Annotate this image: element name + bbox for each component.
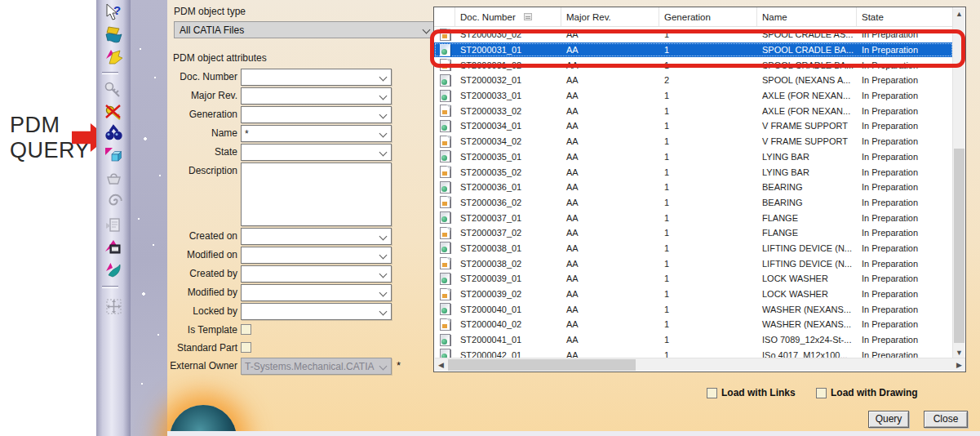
cell-rev: AA bbox=[561, 198, 659, 207]
doc-tsystems-icon[interactable] bbox=[104, 238, 124, 258]
table-row[interactable]: ST2000038_01AA1LIFTING DEVICE (N...In Pr… bbox=[434, 241, 953, 256]
combo-generation[interactable] bbox=[241, 106, 392, 123]
table-row[interactable]: ST2000031_02AA1SPOOL CRADLE BA...In Prep… bbox=[434, 57, 953, 73]
load-with-links-checkbox[interactable]: Load with Links bbox=[707, 387, 796, 398]
key-lock-cross-icon[interactable] bbox=[104, 102, 124, 122]
pdm-open-icon[interactable] bbox=[104, 47, 124, 67]
cell-state: In Preparation bbox=[857, 75, 953, 85]
combo-created-by[interactable] bbox=[241, 265, 392, 283]
chevron-down-icon bbox=[423, 26, 431, 34]
cell-state: In Preparation bbox=[857, 91, 953, 100]
cell-rev: AA bbox=[561, 60, 659, 70]
table-row[interactable]: ST2000039_01AA1LOCK WASHERIn Preparation bbox=[434, 271, 953, 287]
combo-created-on[interactable] bbox=[241, 228, 392, 245]
column-header-label: Major Rev. bbox=[566, 12, 611, 22]
description-textarea[interactable] bbox=[241, 162, 392, 226]
table-row[interactable]: ST2000037_01AA1FLANGEIn Preparation bbox=[434, 210, 953, 225]
form-row-created-on: Created on bbox=[167, 228, 412, 245]
field-label: Name bbox=[167, 125, 241, 142]
cell-rev: AA bbox=[561, 182, 659, 192]
disabled-combo-external-owner: T-Systems.Mechanical.CATIA bbox=[241, 358, 392, 375]
cell-doc: ST2000041_01 bbox=[455, 335, 561, 345]
table-row[interactable]: ST2000037_02AA1FLANGEIn Preparation bbox=[434, 225, 953, 241]
table-row[interactable]: ST2000042_01AA1ISo 4017_M12x100...In Pre… bbox=[434, 347, 953, 358]
svg-text:?: ? bbox=[113, 3, 121, 17]
query-button[interactable]: Query bbox=[868, 411, 909, 428]
cell-state: In Preparation bbox=[857, 213, 953, 223]
help-pointer-icon[interactable]: ? bbox=[104, 2, 124, 23]
cell-state: In Preparation bbox=[857, 152, 953, 162]
checkbox-box-icon[interactable] bbox=[707, 388, 717, 398]
pdm-query-binoculars-icon[interactable] bbox=[104, 123, 124, 144]
catdrawing-file-icon bbox=[440, 227, 450, 239]
combo-locked-by[interactable] bbox=[241, 303, 392, 320]
cell-gen: 1 bbox=[659, 91, 757, 100]
column-header-major-rev-[interactable]: Major Rev. bbox=[561, 7, 659, 26]
cell-rev: AA bbox=[561, 91, 659, 100]
cell-rev: AA bbox=[561, 243, 659, 253]
table-row[interactable]: ST2000036_02AA1BEARINGIn Preparation bbox=[434, 195, 953, 211]
horizontal-scrollbar-thumb[interactable] bbox=[448, 359, 636, 371]
cell-gen: 1 bbox=[659, 213, 757, 223]
vertical-scrollbar-thumb[interactable] bbox=[954, 149, 964, 343]
cell-name: LIFTING DEVICE (N... bbox=[757, 259, 857, 269]
table-row-selected[interactable]: ST2000031_01AA1SPOOL CRADLE BA...In Prep… bbox=[434, 42, 953, 58]
cell-doc: ST2000036_01 bbox=[455, 182, 561, 192]
combo-major-rev-[interactable] bbox=[241, 87, 392, 105]
checkbox-is-template[interactable] bbox=[241, 324, 251, 335]
chevron-down-icon bbox=[379, 233, 388, 241]
column-header-state[interactable]: State bbox=[857, 7, 953, 26]
table-row[interactable]: ST2000035_02AA1LYING BARIn Preparation bbox=[434, 164, 953, 180]
cell-icon bbox=[434, 257, 455, 269]
table-row[interactable]: ST2000032_01AA2SPOOL (NEXANS A...In Prep… bbox=[434, 73, 953, 88]
cell-doc: ST2000040_02 bbox=[455, 319, 561, 329]
load-with-drawing-checkbox[interactable]: Load with Drawing bbox=[816, 387, 918, 398]
scroll-right-icon[interactable]: ▶ bbox=[953, 358, 965, 371]
doc-transfer-icon bbox=[104, 216, 124, 236]
table-row[interactable]: ST2000041_01AA1ISO 7089_12x24-St-...In P… bbox=[434, 332, 953, 348]
column-header-generation[interactable]: Generation bbox=[659, 7, 757, 26]
table-row[interactable]: ST2000034_02AA1V FRAME SUPPORTIn Prepara… bbox=[434, 134, 953, 149]
cell-icon bbox=[434, 181, 455, 194]
combo-name[interactable]: * bbox=[241, 125, 392, 142]
table-row[interactable]: ST2000033_01AA1AXLE (FOR NEXAN...In Prep… bbox=[434, 88, 953, 104]
form-row-name: Name* bbox=[167, 125, 412, 142]
combo-state[interactable] bbox=[241, 144, 392, 161]
table-row[interactable]: ST2000034_01AA1V FRAME SUPPORTIn Prepara… bbox=[434, 118, 953, 134]
table-row[interactable]: ST2000033_02AA1AXLE (FOR NEXAN...In Prep… bbox=[434, 103, 953, 118]
cell-name: LOCK WASHER bbox=[757, 274, 857, 283]
checkbox-box-icon[interactable] bbox=[816, 388, 827, 398]
object-type-dropdown[interactable]: All CATIA Files bbox=[174, 21, 437, 38]
combo-doc-number[interactable] bbox=[241, 69, 392, 86]
column-header-name[interactable]: Name bbox=[757, 7, 857, 26]
refresh-spiral-icon bbox=[104, 190, 124, 211]
table-row[interactable]: ST2000040_01AA1WASHER (NEXANS...In Prepa… bbox=[434, 301, 953, 317]
table-row[interactable]: ST2000036_01AA1BEARINGIn Preparation bbox=[434, 180, 953, 195]
field-label: State bbox=[167, 144, 241, 161]
table-row[interactable]: ST2000030_02AA1SPOOL CRADLE AS...In Prep… bbox=[434, 27, 953, 42]
column-header-doc-number[interactable]: Doc. Number bbox=[455, 7, 561, 26]
horizontal-scrollbar[interactable]: ◀ ▶ bbox=[435, 358, 965, 371]
table-row[interactable]: ST2000035_01AA1LYING BARIn Preparation bbox=[434, 149, 953, 165]
pdm-save-icon[interactable] bbox=[104, 24, 124, 45]
pdm-cube-icon[interactable] bbox=[104, 145, 124, 166]
cell-name: LOCK WASHER bbox=[757, 289, 857, 299]
combo-modified-on[interactable] bbox=[241, 247, 392, 264]
scroll-left-icon[interactable]: ◀ bbox=[435, 358, 447, 371]
checkbox-standard-part[interactable] bbox=[241, 342, 251, 353]
vertical-scrollbar[interactable]: ▲ ▼ bbox=[952, 8, 964, 359]
table-row[interactable]: ST2000040_02AA1WASHER (NEXANS...In Prepa… bbox=[434, 317, 953, 332]
cell-doc: ST2000030_02 bbox=[455, 29, 561, 39]
combo-modified-by[interactable] bbox=[241, 284, 392, 301]
cell-state: In Preparation bbox=[857, 243, 953, 253]
cell-doc: ST2000031_01 bbox=[455, 45, 561, 55]
table-row[interactable]: ST2000038_02AA1LIFTING DEVICE (N...In Pr… bbox=[434, 256, 953, 271]
cell-icon bbox=[434, 288, 455, 300]
table-row[interactable]: ST2000039_02AA1LOCK WASHERIn Preparation bbox=[434, 287, 953, 302]
scroll-up-icon[interactable]: ▲ bbox=[953, 8, 965, 20]
close-button[interactable]: Close bbox=[924, 411, 968, 428]
cell-rev: AA bbox=[561, 136, 659, 146]
cell-name: V FRAME SUPPORT bbox=[757, 136, 857, 146]
cell-rev: AA bbox=[561, 29, 659, 39]
swoosh-icon[interactable] bbox=[104, 259, 124, 279]
